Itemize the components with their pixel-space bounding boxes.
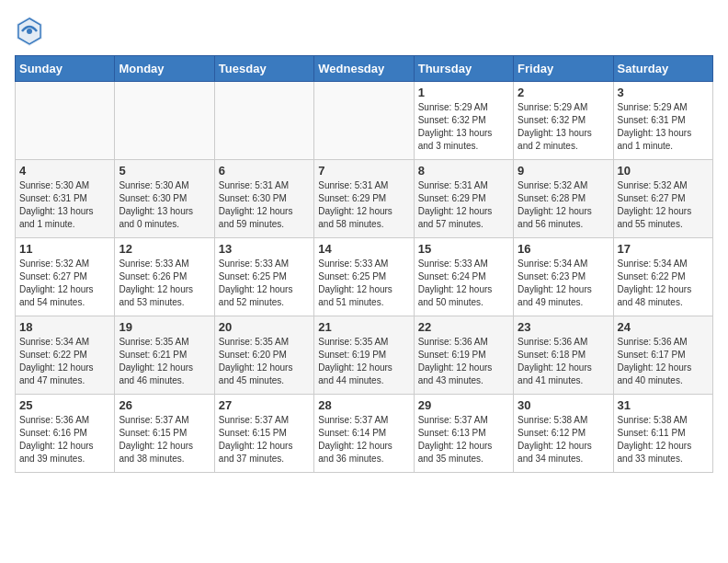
day-info: Sunrise: 5:38 AM Sunset: 6:11 PM Dayligh… — [618, 414, 709, 465]
day-cell-4-4: 21 Sunrise: 5:35 AM Sunset: 6:19 PM Dayl… — [314, 316, 414, 395]
day-info: Sunrise: 5:36 AM Sunset: 6:18 PM Dayligh… — [518, 336, 609, 387]
day-info: Sunrise: 5:35 AM Sunset: 6:21 PM Dayligh… — [119, 336, 210, 387]
day-number: 18 — [19, 320, 110, 334]
day-number: 26 — [119, 398, 210, 412]
day-number: 11 — [19, 242, 110, 256]
day-cell-1-7: 3 Sunrise: 5:29 AM Sunset: 6:31 PM Dayli… — [613, 82, 712, 160]
day-info: Sunrise: 5:33 AM Sunset: 6:25 PM Dayligh… — [318, 258, 409, 309]
day-number: 10 — [618, 164, 709, 178]
day-cell-2-2: 5 Sunrise: 5:30 AM Sunset: 6:30 PM Dayli… — [115, 160, 214, 238]
col-wednesday: Wednesday — [314, 56, 414, 82]
day-number: 14 — [318, 242, 409, 256]
day-cell-4-7: 24 Sunrise: 5:36 AM Sunset: 6:17 PM Dayl… — [613, 316, 712, 395]
day-number: 7 — [318, 164, 409, 178]
day-info: Sunrise: 5:36 AM Sunset: 6:16 PM Dayligh… — [19, 414, 110, 465]
day-info: Sunrise: 5:35 AM Sunset: 6:20 PM Dayligh… — [219, 336, 310, 387]
day-info: Sunrise: 5:35 AM Sunset: 6:19 PM Dayligh… — [318, 336, 409, 387]
day-cell-2-1: 4 Sunrise: 5:30 AM Sunset: 6:31 PM Dayli… — [16, 160, 115, 238]
day-info: Sunrise: 5:36 AM Sunset: 6:19 PM Dayligh… — [418, 336, 509, 387]
col-thursday: Thursday — [414, 56, 513, 82]
logo-icon — [15, 15, 44, 48]
day-number: 21 — [318, 320, 409, 334]
day-number: 3 — [618, 86, 709, 99]
day-info: Sunrise: 5:31 AM Sunset: 6:29 PM Dayligh… — [318, 179, 409, 231]
day-info: Sunrise: 5:32 AM Sunset: 6:27 PM Dayligh… — [618, 179, 709, 231]
page-header — [15, 15, 713, 48]
day-number: 22 — [418, 320, 509, 334]
day-cell-5-1: 25 Sunrise: 5:36 AM Sunset: 6:16 PM Dayl… — [16, 395, 115, 473]
day-cell-3-6: 16 Sunrise: 5:34 AM Sunset: 6:23 PM Dayl… — [514, 238, 613, 316]
day-cell-2-6: 9 Sunrise: 5:32 AM Sunset: 6:28 PM Dayli… — [514, 160, 613, 238]
calendar-header-row: Sunday Monday Tuesday Wednesday Thursday… — [16, 56, 713, 82]
day-info: Sunrise: 5:33 AM Sunset: 6:24 PM Dayligh… — [418, 258, 509, 309]
calendar-table: Sunday Monday Tuesday Wednesday Thursday… — [15, 55, 713, 473]
logo — [15, 15, 48, 48]
day-number: 9 — [518, 164, 609, 178]
day-cell-1-2 — [115, 82, 214, 160]
day-cell-5-6: 30 Sunrise: 5:38 AM Sunset: 6:12 PM Dayl… — [514, 395, 613, 473]
day-number: 15 — [418, 242, 509, 256]
day-info: Sunrise: 5:31 AM Sunset: 6:29 PM Dayligh… — [418, 179, 509, 231]
week-row-1: 1 Sunrise: 5:29 AM Sunset: 6:32 PM Dayli… — [16, 82, 713, 160]
day-info: Sunrise: 5:30 AM Sunset: 6:30 PM Dayligh… — [119, 179, 210, 231]
day-cell-5-4: 28 Sunrise: 5:37 AM Sunset: 6:14 PM Dayl… — [314, 395, 414, 473]
day-info: Sunrise: 5:34 AM Sunset: 6:22 PM Dayligh… — [618, 258, 709, 309]
col-tuesday: Tuesday — [214, 56, 313, 82]
day-number: 16 — [518, 242, 609, 256]
day-number: 27 — [219, 398, 310, 412]
day-cell-3-7: 17 Sunrise: 5:34 AM Sunset: 6:22 PM Dayl… — [613, 238, 712, 316]
col-monday: Monday — [115, 56, 214, 82]
day-cell-2-4: 7 Sunrise: 5:31 AM Sunset: 6:29 PM Dayli… — [314, 160, 414, 238]
day-cell-4-1: 18 Sunrise: 5:34 AM Sunset: 6:22 PM Dayl… — [16, 316, 115, 395]
day-cell-5-5: 29 Sunrise: 5:37 AM Sunset: 6:13 PM Dayl… — [414, 395, 513, 473]
day-number: 19 — [119, 320, 210, 334]
day-cell-4-2: 19 Sunrise: 5:35 AM Sunset: 6:21 PM Dayl… — [115, 316, 214, 395]
day-info: Sunrise: 5:29 AM Sunset: 6:32 PM Dayligh… — [418, 101, 509, 153]
day-info: Sunrise: 5:37 AM Sunset: 6:15 PM Dayligh… — [219, 414, 310, 465]
day-number: 13 — [219, 242, 310, 256]
day-number: 24 — [618, 320, 709, 334]
day-cell-4-3: 20 Sunrise: 5:35 AM Sunset: 6:20 PM Dayl… — [214, 316, 313, 395]
week-row-4: 18 Sunrise: 5:34 AM Sunset: 6:22 PM Dayl… — [16, 316, 713, 395]
col-sunday: Sunday — [16, 56, 115, 82]
day-cell-3-2: 12 Sunrise: 5:33 AM Sunset: 6:26 PM Dayl… — [115, 238, 214, 316]
day-info: Sunrise: 5:33 AM Sunset: 6:26 PM Dayligh… — [119, 258, 210, 309]
day-info: Sunrise: 5:36 AM Sunset: 6:17 PM Dayligh… — [618, 336, 709, 387]
day-info: Sunrise: 5:37 AM Sunset: 6:15 PM Dayligh… — [119, 414, 210, 465]
day-cell-1-4 — [314, 82, 414, 160]
day-info: Sunrise: 5:30 AM Sunset: 6:31 PM Dayligh… — [19, 179, 110, 231]
day-info: Sunrise: 5:29 AM Sunset: 6:32 PM Dayligh… — [518, 101, 609, 153]
day-cell-3-1: 11 Sunrise: 5:32 AM Sunset: 6:27 PM Dayl… — [16, 238, 115, 316]
week-row-2: 4 Sunrise: 5:30 AM Sunset: 6:31 PM Dayli… — [16, 160, 713, 238]
day-cell-1-6: 2 Sunrise: 5:29 AM Sunset: 6:32 PM Dayli… — [514, 82, 613, 160]
day-number: 31 — [618, 398, 709, 412]
day-cell-3-3: 13 Sunrise: 5:33 AM Sunset: 6:25 PM Dayl… — [214, 238, 313, 316]
day-info: Sunrise: 5:38 AM Sunset: 6:12 PM Dayligh… — [518, 414, 609, 465]
day-info: Sunrise: 5:31 AM Sunset: 6:30 PM Dayligh… — [219, 179, 310, 231]
day-info: Sunrise: 5:34 AM Sunset: 6:22 PM Dayligh… — [19, 336, 110, 387]
day-number: 28 — [318, 398, 409, 412]
col-saturday: Saturday — [613, 56, 712, 82]
day-number: 29 — [418, 398, 509, 412]
day-number: 8 — [418, 164, 509, 178]
day-cell-1-5: 1 Sunrise: 5:29 AM Sunset: 6:32 PM Dayli… — [414, 82, 513, 160]
day-info: Sunrise: 5:32 AM Sunset: 6:28 PM Dayligh… — [518, 179, 609, 231]
day-number: 23 — [518, 320, 609, 334]
day-info: Sunrise: 5:32 AM Sunset: 6:27 PM Dayligh… — [19, 258, 110, 309]
day-number: 17 — [618, 242, 709, 256]
week-row-3: 11 Sunrise: 5:32 AM Sunset: 6:27 PM Dayl… — [16, 238, 713, 316]
day-number: 5 — [119, 164, 210, 178]
day-cell-5-2: 26 Sunrise: 5:37 AM Sunset: 6:15 PM Dayl… — [115, 395, 214, 473]
week-row-5: 25 Sunrise: 5:36 AM Sunset: 6:16 PM Dayl… — [16, 395, 713, 473]
day-number: 12 — [119, 242, 210, 256]
day-info: Sunrise: 5:33 AM Sunset: 6:25 PM Dayligh… — [219, 258, 310, 309]
day-cell-1-3 — [214, 82, 313, 160]
day-cell-2-3: 6 Sunrise: 5:31 AM Sunset: 6:30 PM Dayli… — [214, 160, 313, 238]
day-number: 30 — [518, 398, 609, 412]
day-info: Sunrise: 5:37 AM Sunset: 6:13 PM Dayligh… — [418, 414, 509, 465]
day-cell-4-5: 22 Sunrise: 5:36 AM Sunset: 6:19 PM Dayl… — [414, 316, 513, 395]
day-number: 20 — [219, 320, 310, 334]
day-info: Sunrise: 5:29 AM Sunset: 6:31 PM Dayligh… — [618, 101, 709, 153]
day-info: Sunrise: 5:34 AM Sunset: 6:23 PM Dayligh… — [518, 258, 609, 309]
day-info: Sunrise: 5:37 AM Sunset: 6:14 PM Dayligh… — [318, 414, 409, 465]
